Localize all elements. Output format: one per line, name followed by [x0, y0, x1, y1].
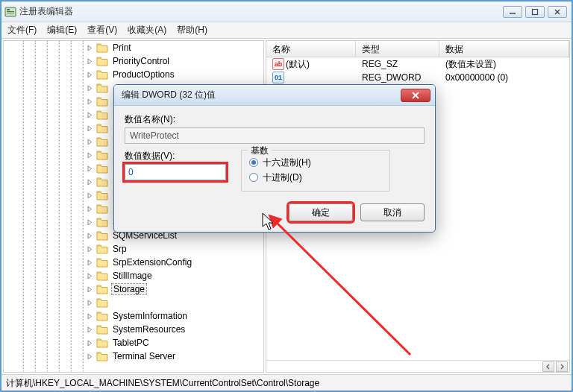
list-row[interactable]: 01REG_DWORD0x00000000 (0) [266, 71, 569, 84]
value-type: REG_SZ [362, 59, 398, 69]
cancel-button[interactable]: 取消 [360, 203, 425, 221]
tree-item[interactable]: Srp [4, 242, 263, 256]
minimize-button[interactable] [503, 6, 522, 18]
list-row[interactable]: ab(默认)REG_SZ(数值未设置) [266, 57, 569, 71]
radix-group: 基数 十六进制(H) 十进制(D) [241, 150, 390, 192]
tree-item[interactable]: SystemResources [4, 323, 263, 336]
expander-icon[interactable] [86, 205, 93, 212]
expander-icon[interactable] [86, 245, 93, 253]
tree-item-label: Srp [111, 244, 128, 254]
menu-edit[interactable]: 编辑(E) [47, 24, 77, 37]
radix-hex-option[interactable]: 十六进制(H) [249, 155, 382, 170]
menu-fav[interactable]: 收藏夹(A) [128, 24, 166, 37]
tree-item[interactable] [4, 296, 263, 309]
value-data: (数值未设置) [445, 59, 496, 69]
cursor-icon [261, 212, 276, 231]
svg-rect-2 [7, 11, 14, 12]
tree-item-label: SystemInformation [111, 311, 189, 321]
expander-icon[interactable] [86, 312, 93, 320]
menu-help[interactable]: 帮助(H) [177, 24, 207, 37]
edit-dword-dialog: 编辑 DWORD (32 位)值 数值名称(N): WriteProtect 数… [113, 84, 436, 233]
titlebar: 注册表编辑器 [1, 1, 572, 22]
radio-icon [249, 173, 258, 182]
tree-item[interactable]: Storage [4, 282, 263, 296]
radix-dec-option[interactable]: 十进制(D) [249, 170, 382, 185]
scroll-left-icon[interactable] [542, 361, 554, 372]
value-name-label: 数值名称(N): [125, 113, 425, 126]
value-type-icon: 01 [272, 72, 284, 83]
list-header: 名称 类型 数据 [266, 41, 569, 57]
value-data-label: 数值数据(V): [125, 150, 226, 162]
expander-icon[interactable] [86, 299, 93, 306]
tree-item-label: Terminal Server [111, 351, 177, 361]
expander-icon[interactable] [86, 192, 93, 199]
close-button[interactable] [548, 6, 567, 18]
dialog-close-button[interactable] [401, 89, 430, 102]
tree-item[interactable]: Print [4, 41, 263, 54]
expander-icon[interactable] [86, 178, 93, 186]
expander-icon[interactable] [86, 71, 93, 78]
dialog-titlebar[interactable]: 编辑 DWORD (32 位)值 [114, 85, 435, 106]
expander-icon[interactable] [86, 285, 93, 293]
radix-legend: 基数 [248, 145, 272, 157]
radio-icon [249, 158, 258, 167]
expander-icon[interactable] [86, 124, 93, 132]
tree-item-label: PriorityControl [111, 56, 171, 66]
svg-rect-3 [7, 13, 14, 13]
expander-icon[interactable] [86, 218, 93, 226]
svg-rect-1 [7, 9, 10, 10]
scroll-right-icon[interactable] [556, 361, 568, 372]
horizontal-scrollbar[interactable] [266, 360, 569, 372]
menubar: 文件(F) 编辑(E) 查看(V) 收藏夹(A) 帮助(H) [1, 22, 572, 39]
value-type: REG_DWORD [362, 72, 421, 83]
col-name[interactable]: 名称 [266, 41, 356, 57]
tree-item[interactable]: PriorityControl [4, 54, 263, 68]
radix-hex-label: 十六进制(H) [263, 157, 311, 169]
window-title: 注册表编辑器 [19, 5, 73, 18]
status-path: 计算机\HKEY_LOCAL_MACHINE\SYSTEM\CurrentCon… [6, 378, 319, 388]
menu-file[interactable]: 文件(F) [7, 24, 37, 37]
tree-item[interactable]: SrpExtensionConfig [4, 256, 263, 269]
tree-item-label: Print [111, 42, 133, 53]
menu-view[interactable]: 查看(V) [87, 24, 117, 37]
expander-icon[interactable] [86, 84, 93, 92]
regedit-icon [4, 6, 16, 18]
tree-item[interactable]: StillImage [4, 269, 263, 282]
tree-item[interactable]: Terminal Server [4, 350, 263, 363]
expander-icon[interactable] [86, 44, 93, 51]
expander-icon[interactable] [86, 111, 93, 118]
value-type-icon: ab [272, 58, 284, 70]
col-type[interactable]: 类型 [356, 41, 439, 57]
value-name-field: WriteProtect [125, 127, 425, 144]
expander-icon[interactable] [86, 138, 93, 145]
tree-item[interactable]: ProductOptions [4, 68, 263, 81]
tree-item[interactable]: TabletPC [4, 336, 263, 350]
expander-icon[interactable] [86, 339, 93, 347]
expander-icon[interactable] [86, 259, 93, 266]
svg-rect-5 [533, 9, 538, 14]
tree-item-label: StillImage [111, 271, 154, 281]
tree-item[interactable]: SystemInformation [4, 309, 263, 323]
expander-icon[interactable] [86, 165, 93, 172]
cancel-button-label: 取消 [383, 206, 401, 219]
expander-icon[interactable] [86, 98, 93, 105]
expander-icon[interactable] [86, 326, 93, 333]
statusbar: 计算机\HKEY_LOCAL_MACHINE\SYSTEM\CurrentCon… [1, 374, 572, 391]
radix-dec-label: 十进制(D) [263, 171, 302, 184]
expander-icon[interactable] [86, 232, 93, 239]
maximize-button[interactable] [525, 6, 545, 18]
ok-button-label: 确定 [312, 206, 330, 219]
ok-button[interactable]: 确定 [289, 203, 353, 221]
tree-item-label: ProductOptions [111, 69, 176, 80]
value-data: 0x00000000 (0) [445, 72, 508, 83]
value-data-input[interactable] [125, 164, 226, 180]
expander-icon[interactable] [86, 151, 93, 159]
dialog-title: 编辑 DWORD (32 位)值 [122, 89, 216, 101]
tree-item-label: Storage [111, 283, 147, 295]
tree-item-label: SrpExtensionConfig [111, 257, 193, 268]
value-name: (默认) [286, 58, 310, 71]
expander-icon[interactable] [86, 353, 93, 360]
expander-icon[interactable] [86, 272, 93, 279]
col-data[interactable]: 数据 [439, 41, 569, 57]
expander-icon[interactable] [86, 57, 93, 65]
